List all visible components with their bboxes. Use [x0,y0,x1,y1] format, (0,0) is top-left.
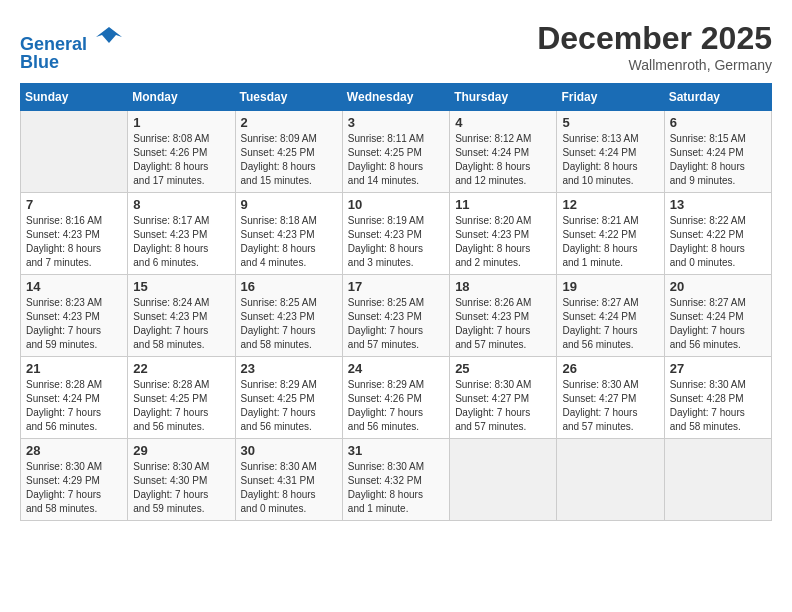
day-number: 5 [562,115,658,130]
calendar-body: 1Sunrise: 8:08 AM Sunset: 4:26 PM Daylig… [21,111,772,521]
day-number: 7 [26,197,122,212]
calendar-cell: 22Sunrise: 8:28 AM Sunset: 4:25 PM Dayli… [128,357,235,439]
calendar-cell: 21Sunrise: 8:28 AM Sunset: 4:24 PM Dayli… [21,357,128,439]
day-number: 2 [241,115,337,130]
col-header-monday: Monday [128,84,235,111]
day-info: Sunrise: 8:26 AM Sunset: 4:23 PM Dayligh… [455,296,551,352]
day-info: Sunrise: 8:12 AM Sunset: 4:24 PM Dayligh… [455,132,551,188]
calendar-cell: 24Sunrise: 8:29 AM Sunset: 4:26 PM Dayli… [342,357,449,439]
calendar-cell: 26Sunrise: 8:30 AM Sunset: 4:27 PM Dayli… [557,357,664,439]
day-number: 11 [455,197,551,212]
page-header: General Blue December 2025 Wallmenroth, … [20,20,772,73]
day-info: Sunrise: 8:30 AM Sunset: 4:30 PM Dayligh… [133,460,229,516]
day-number: 21 [26,361,122,376]
day-number: 23 [241,361,337,376]
day-number: 8 [133,197,229,212]
day-number: 20 [670,279,766,294]
calendar-cell: 9Sunrise: 8:18 AM Sunset: 4:23 PM Daylig… [235,193,342,275]
day-number: 19 [562,279,658,294]
calendar-cell [450,439,557,521]
calendar-cell: 4Sunrise: 8:12 AM Sunset: 4:24 PM Daylig… [450,111,557,193]
calendar-cell: 2Sunrise: 8:09 AM Sunset: 4:25 PM Daylig… [235,111,342,193]
calendar-table: SundayMondayTuesdayWednesdayThursdayFrid… [20,83,772,521]
day-info: Sunrise: 8:30 AM Sunset: 4:27 PM Dayligh… [562,378,658,434]
day-number: 24 [348,361,444,376]
logo-text: General [20,20,124,56]
day-number: 31 [348,443,444,458]
day-info: Sunrise: 8:30 AM Sunset: 4:27 PM Dayligh… [455,378,551,434]
location: Wallmenroth, Germany [537,57,772,73]
day-info: Sunrise: 8:29 AM Sunset: 4:26 PM Dayligh… [348,378,444,434]
day-info: Sunrise: 8:20 AM Sunset: 4:23 PM Dayligh… [455,214,551,270]
calendar-cell: 25Sunrise: 8:30 AM Sunset: 4:27 PM Dayli… [450,357,557,439]
calendar-cell: 8Sunrise: 8:17 AM Sunset: 4:23 PM Daylig… [128,193,235,275]
day-info: Sunrise: 8:11 AM Sunset: 4:25 PM Dayligh… [348,132,444,188]
day-info: Sunrise: 8:30 AM Sunset: 4:29 PM Dayligh… [26,460,122,516]
day-info: Sunrise: 8:30 AM Sunset: 4:32 PM Dayligh… [348,460,444,516]
day-number: 22 [133,361,229,376]
col-header-wednesday: Wednesday [342,84,449,111]
day-number: 18 [455,279,551,294]
calendar-week-2: 7Sunrise: 8:16 AM Sunset: 4:23 PM Daylig… [21,193,772,275]
day-info: Sunrise: 8:13 AM Sunset: 4:24 PM Dayligh… [562,132,658,188]
day-info: Sunrise: 8:28 AM Sunset: 4:24 PM Dayligh… [26,378,122,434]
day-number: 6 [670,115,766,130]
svg-marker-0 [96,27,122,43]
calendar-cell: 18Sunrise: 8:26 AM Sunset: 4:23 PM Dayli… [450,275,557,357]
calendar-cell [557,439,664,521]
day-number: 15 [133,279,229,294]
day-number: 1 [133,115,229,130]
calendar-cell: 16Sunrise: 8:25 AM Sunset: 4:23 PM Dayli… [235,275,342,357]
calendar-cell: 12Sunrise: 8:21 AM Sunset: 4:22 PM Dayli… [557,193,664,275]
day-number: 27 [670,361,766,376]
logo-bird-icon [94,20,124,50]
day-number: 3 [348,115,444,130]
day-number: 13 [670,197,766,212]
calendar-cell: 5Sunrise: 8:13 AM Sunset: 4:24 PM Daylig… [557,111,664,193]
calendar-cell: 14Sunrise: 8:23 AM Sunset: 4:23 PM Dayli… [21,275,128,357]
day-info: Sunrise: 8:23 AM Sunset: 4:23 PM Dayligh… [26,296,122,352]
title-block: December 2025 Wallmenroth, Germany [537,20,772,73]
day-info: Sunrise: 8:17 AM Sunset: 4:23 PM Dayligh… [133,214,229,270]
calendar-cell: 13Sunrise: 8:22 AM Sunset: 4:22 PM Dayli… [664,193,771,275]
calendar-cell: 28Sunrise: 8:30 AM Sunset: 4:29 PM Dayli… [21,439,128,521]
calendar-week-4: 21Sunrise: 8:28 AM Sunset: 4:24 PM Dayli… [21,357,772,439]
calendar-cell: 15Sunrise: 8:24 AM Sunset: 4:23 PM Dayli… [128,275,235,357]
calendar-cell: 19Sunrise: 8:27 AM Sunset: 4:24 PM Dayli… [557,275,664,357]
day-info: Sunrise: 8:18 AM Sunset: 4:23 PM Dayligh… [241,214,337,270]
day-number: 25 [455,361,551,376]
day-info: Sunrise: 8:15 AM Sunset: 4:24 PM Dayligh… [670,132,766,188]
calendar-week-3: 14Sunrise: 8:23 AM Sunset: 4:23 PM Dayli… [21,275,772,357]
day-number: 29 [133,443,229,458]
day-info: Sunrise: 8:21 AM Sunset: 4:22 PM Dayligh… [562,214,658,270]
day-info: Sunrise: 8:30 AM Sunset: 4:31 PM Dayligh… [241,460,337,516]
calendar-week-1: 1Sunrise: 8:08 AM Sunset: 4:26 PM Daylig… [21,111,772,193]
calendar-cell: 23Sunrise: 8:29 AM Sunset: 4:25 PM Dayli… [235,357,342,439]
col-header-sunday: Sunday [21,84,128,111]
day-number: 9 [241,197,337,212]
col-header-friday: Friday [557,84,664,111]
day-info: Sunrise: 8:25 AM Sunset: 4:23 PM Dayligh… [241,296,337,352]
calendar-week-5: 28Sunrise: 8:30 AM Sunset: 4:29 PM Dayli… [21,439,772,521]
calendar-cell: 1Sunrise: 8:08 AM Sunset: 4:26 PM Daylig… [128,111,235,193]
day-info: Sunrise: 8:29 AM Sunset: 4:25 PM Dayligh… [241,378,337,434]
day-info: Sunrise: 8:16 AM Sunset: 4:23 PM Dayligh… [26,214,122,270]
calendar-cell: 3Sunrise: 8:11 AM Sunset: 4:25 PM Daylig… [342,111,449,193]
col-header-tuesday: Tuesday [235,84,342,111]
day-info: Sunrise: 8:27 AM Sunset: 4:24 PM Dayligh… [562,296,658,352]
day-info: Sunrise: 8:25 AM Sunset: 4:23 PM Dayligh… [348,296,444,352]
day-number: 17 [348,279,444,294]
month-title: December 2025 [537,20,772,57]
logo: General Blue [20,20,124,73]
day-number: 10 [348,197,444,212]
calendar-cell: 27Sunrise: 8:30 AM Sunset: 4:28 PM Dayli… [664,357,771,439]
day-info: Sunrise: 8:09 AM Sunset: 4:25 PM Dayligh… [241,132,337,188]
day-info: Sunrise: 8:28 AM Sunset: 4:25 PM Dayligh… [133,378,229,434]
col-header-thursday: Thursday [450,84,557,111]
day-info: Sunrise: 8:30 AM Sunset: 4:28 PM Dayligh… [670,378,766,434]
day-info: Sunrise: 8:24 AM Sunset: 4:23 PM Dayligh… [133,296,229,352]
day-number: 30 [241,443,337,458]
day-info: Sunrise: 8:22 AM Sunset: 4:22 PM Dayligh… [670,214,766,270]
day-info: Sunrise: 8:27 AM Sunset: 4:24 PM Dayligh… [670,296,766,352]
calendar-cell [21,111,128,193]
